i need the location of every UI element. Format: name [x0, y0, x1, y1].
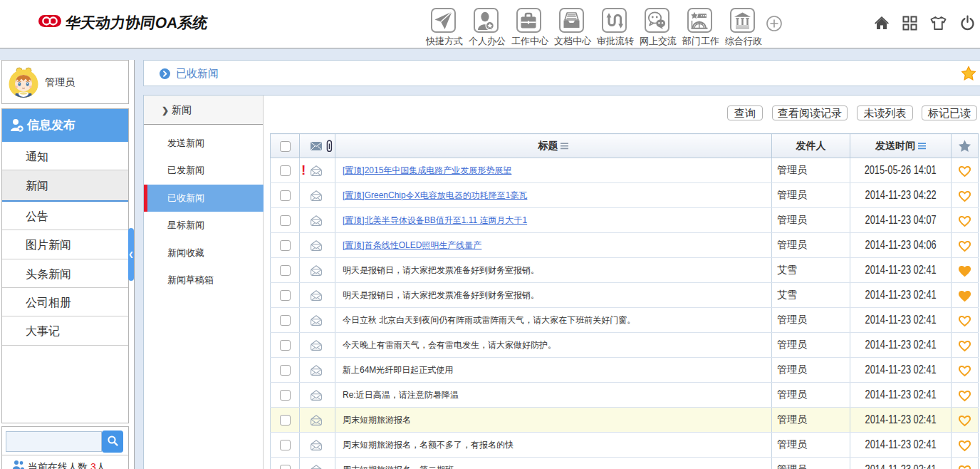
svg-text:★: ★ [18, 126, 23, 131]
